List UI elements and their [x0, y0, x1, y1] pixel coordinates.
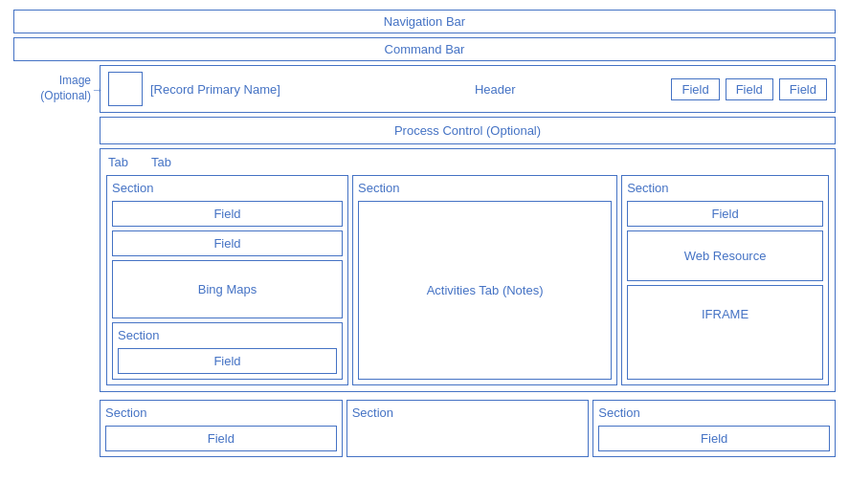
bottom-field-1: Field — [105, 426, 337, 451]
right-col-inner: Section Field Web Resource IFRAME — [627, 181, 823, 380]
tabs-container: Tab Tab Section Field Field Bing Maps Se… — [100, 148, 836, 392]
left-field-2: Field — [112, 230, 343, 256]
main-columns: Section Field Field Bing Maps Section Fi… — [106, 175, 829, 385]
bottom-field-3: Field — [598, 426, 830, 451]
header-field-3: Field — [779, 78, 827, 100]
left-lower-section-label: Section — [118, 328, 337, 342]
bottom-col-2: Section — [346, 400, 590, 457]
image-optional-label: Image(Optional) — [14, 74, 91, 103]
bottom-col-1: Section Field — [100, 400, 343, 457]
right-column: Section Field Web Resource IFRAME — [621, 175, 829, 385]
bottom-section-1: Section — [105, 405, 337, 420]
header-label: Header — [326, 82, 663, 97]
header-field-1: Field — [671, 78, 719, 100]
process-control: Process Control (Optional) — [100, 117, 836, 144]
left-lower-field: Field — [118, 348, 337, 374]
mid-section-label: Section — [358, 181, 612, 195]
header-fields: Field Field Field — [671, 78, 827, 100]
header-row: Image(Optional) → [Record Primary Name] … — [100, 65, 836, 113]
command-bar: Command Bar — [13, 37, 836, 61]
tab-2[interactable]: Tab — [151, 155, 171, 169]
left-lower-section: Section Field — [112, 322, 343, 380]
activities-tab: Activities Tab (Notes) — [358, 201, 612, 380]
record-primary-name: [Record Primary Name] — [150, 82, 319, 97]
mid-column: Section Activities Tab (Notes) — [352, 175, 617, 385]
header-field-2: Field — [726, 78, 773, 100]
bottom-col-3: Section Field — [592, 400, 836, 457]
web-resource: Web Resource — [627, 230, 823, 281]
arrow-icon: → — [91, 82, 103, 97]
bing-maps: Bing Maps — [112, 260, 343, 318]
bottom-section-2: Section — [352, 405, 584, 420]
tab-labels: Tab Tab — [106, 155, 829, 169]
iframe-box: IFRAME — [627, 285, 823, 380]
tab-1[interactable]: Tab — [108, 155, 128, 169]
image-placeholder — [108, 72, 143, 106]
right-field: Field — [627, 201, 823, 227]
left-field-1: Field — [112, 201, 343, 227]
bottom-section-3: Section — [598, 405, 830, 420]
navigation-bar: Navigation Bar — [13, 10, 836, 33]
right-section-label: Section — [627, 181, 823, 195]
left-column: Section Field Field Bing Maps Section Fi… — [106, 175, 348, 385]
bottom-row: Section Field Section Section Field — [100, 400, 836, 457]
left-section-label: Section — [112, 181, 343, 195]
